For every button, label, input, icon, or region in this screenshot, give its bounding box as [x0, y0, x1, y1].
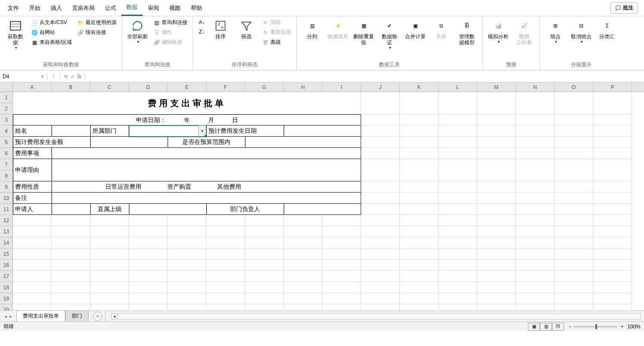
cell[interactable] [516, 282, 555, 293]
cell[interactable] [400, 260, 439, 271]
cell[interactable] [516, 304, 555, 310]
row-header-7[interactable]: 7 [0, 159, 12, 170]
cell[interactable] [13, 271, 52, 282]
cell[interactable] [168, 304, 206, 310]
reapply[interactable]: ↻重新应用 [260, 28, 293, 37]
cell[interactable] [52, 293, 90, 304]
remove-duplicates[interactable]: ▦删除重复值 [352, 18, 376, 46]
cell[interactable] [361, 304, 400, 310]
cell[interactable] [361, 215, 400, 226]
edit-links[interactable]: 🔗编辑链接 [151, 38, 189, 47]
cell[interactable] [206, 271, 245, 282]
cell[interactable] [477, 92, 516, 114]
whatif-analysis[interactable]: 📊模拟分析 [486, 18, 510, 45]
zoom-in[interactable]: ＋ [619, 323, 625, 330]
cell[interactable] [439, 304, 477, 310]
cell[interactable] [555, 282, 593, 293]
cell[interactable] [439, 271, 477, 282]
input-item[interactable] [52, 148, 361, 159]
cell[interactable] [129, 248, 168, 260]
label-item[interactable]: 费用事项 [13, 148, 52, 159]
cell[interactable] [322, 304, 361, 310]
col-header-H[interactable]: H [284, 83, 322, 92]
cell[interactable] [555, 148, 593, 159]
label-reason[interactable]: 申请理由 [13, 159, 52, 181]
menu-formulas[interactable]: 公式 [100, 1, 121, 15]
cell[interactable] [400, 271, 439, 282]
cell[interactable] [477, 293, 516, 304]
cell[interactable] [439, 237, 477, 248]
cell[interactable] [322, 282, 361, 293]
cell[interactable] [400, 148, 439, 159]
cell[interactable] [555, 137, 593, 148]
cell[interactable] [90, 248, 129, 260]
row-header-6[interactable]: 6 [0, 148, 12, 159]
cell[interactable] [516, 148, 555, 159]
cell[interactable] [593, 304, 632, 310]
label-deptlead[interactable]: 部门负责人 [206, 204, 284, 215]
cell[interactable] [516, 137, 555, 148]
cell[interactable] [516, 248, 555, 260]
cell[interactable] [361, 126, 400, 137]
cell[interactable] [90, 237, 129, 248]
cell[interactable] [206, 304, 245, 310]
cell[interactable] [439, 126, 477, 137]
cell[interactable] [245, 304, 284, 310]
cell[interactable] [477, 260, 516, 271]
row-header-5[interactable]: 5 [0, 137, 12, 148]
cell[interactable] [400, 204, 439, 215]
from-web[interactable]: 🌐自网站 [29, 28, 74, 37]
cell[interactable] [400, 293, 439, 304]
cell[interactable] [439, 193, 477, 204]
cell[interactable] [52, 215, 90, 226]
cell[interactable] [245, 248, 284, 260]
confirm-icon[interactable]: ✓ [71, 73, 75, 80]
cell[interactable] [516, 293, 555, 304]
cell[interactable] [284, 304, 322, 310]
fx-icon[interactable]: fx [77, 73, 81, 80]
normal-view-button[interactable]: ▦ [528, 323, 540, 331]
cell[interactable] [322, 271, 361, 282]
new-sheet-button[interactable]: ＋ [93, 312, 102, 321]
label-applicant[interactable]: 申请人 [13, 204, 52, 215]
row-header-18[interactable]: 18 [0, 282, 12, 293]
cell[interactable] [593, 237, 632, 248]
cell[interactable] [206, 215, 245, 226]
sort-desc[interactable]: Z↓ [196, 28, 207, 36]
cell[interactable] [516, 193, 555, 204]
cell[interactable] [361, 92, 400, 114]
name-box[interactable]: D4▼ [0, 73, 47, 80]
row-header-17[interactable]: 17 [0, 271, 12, 282]
cell[interactable] [13, 293, 52, 304]
clear-filter[interactable]: ✕清除 [260, 18, 293, 27]
cell[interactable] [361, 137, 400, 148]
grid-body[interactable]: 费用支出审批单申请日期： 年 月 日姓名所属部门▼预计费用发生日期预计费用发生金… [13, 92, 644, 310]
cell[interactable] [516, 159, 555, 181]
cell[interactable] [555, 193, 593, 204]
cell[interactable] [439, 92, 477, 114]
cell[interactable] [516, 114, 555, 126]
cell[interactable] [555, 293, 593, 304]
cell[interactable] [439, 137, 477, 148]
cell[interactable] [516, 260, 555, 271]
refresh-all-button[interactable]: 全部刷新 [126, 18, 150, 45]
cell[interactable] [593, 215, 632, 226]
cell[interactable] [439, 181, 477, 193]
input-amount[interactable] [90, 137, 168, 148]
cell[interactable] [129, 237, 168, 248]
cell[interactable] [477, 193, 516, 204]
filter-button[interactable]: 筛选 [234, 18, 258, 40]
cell[interactable] [245, 226, 284, 237]
cell[interactable] [361, 181, 400, 193]
cell[interactable] [284, 248, 322, 260]
cell[interactable] [245, 271, 284, 282]
cell[interactable] [361, 293, 400, 304]
col-header-P[interactable]: P [593, 83, 632, 92]
forecast-sheet[interactable]: 📈预测 工作表 [512, 18, 536, 46]
cell[interactable] [284, 215, 322, 226]
cell[interactable] [361, 237, 400, 248]
zoom-out[interactable]: − [568, 324, 571, 330]
get-data-button[interactable]: 获取数 据 [3, 18, 28, 51]
cell[interactable] [168, 260, 206, 271]
cell[interactable] [516, 204, 555, 215]
